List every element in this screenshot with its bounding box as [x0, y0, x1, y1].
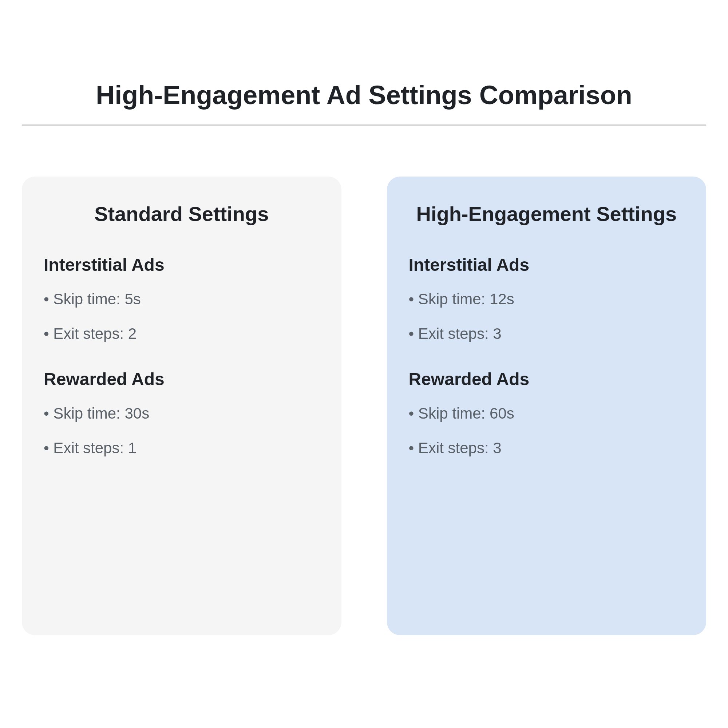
standard-interstitial-heading: Interstitial Ads [44, 255, 320, 275]
standard-rewarded-exit: • Exit steps: 1 [44, 438, 320, 458]
high-interstitial-heading: Interstitial Ads [409, 255, 685, 275]
standard-rewarded-skip: • Skip time: 30s [44, 404, 320, 424]
card-standard-title: Standard Settings [44, 202, 320, 226]
high-interstitial-exit: • Exit steps: 3 [409, 324, 685, 344]
card-high-title: High-Engagement Settings [409, 202, 685, 226]
divider [22, 124, 706, 125]
card-standard-settings: Standard Settings Interstitial Ads • Ski… [22, 177, 341, 635]
high-interstitial-skip: • Skip time: 12s [409, 289, 685, 309]
standard-rewarded-heading: Rewarded Ads [44, 369, 320, 389]
high-rewarded-exit: • Exit steps: 3 [409, 438, 685, 458]
high-rewarded-section: Rewarded Ads • Skip time: 60s • Exit ste… [409, 369, 685, 458]
card-high-engagement-settings: High-Engagement Settings Interstitial Ad… [387, 177, 707, 635]
high-rewarded-heading: Rewarded Ads [409, 369, 685, 389]
standard-interstitial-skip: • Skip time: 5s [44, 289, 320, 309]
standard-rewarded-section: Rewarded Ads • Skip time: 30s • Exit ste… [44, 369, 320, 458]
high-interstitial-section: Interstitial Ads • Skip time: 12s • Exit… [409, 255, 685, 344]
standard-interstitial-section: Interstitial Ads • Skip time: 5s • Exit … [44, 255, 320, 344]
page-title: High-Engagement Ad Settings Comparison [22, 80, 706, 110]
cards-container: Standard Settings Interstitial Ads • Ski… [22, 177, 706, 635]
standard-interstitial-exit: • Exit steps: 2 [44, 324, 320, 344]
high-rewarded-skip: • Skip time: 60s [409, 404, 685, 424]
